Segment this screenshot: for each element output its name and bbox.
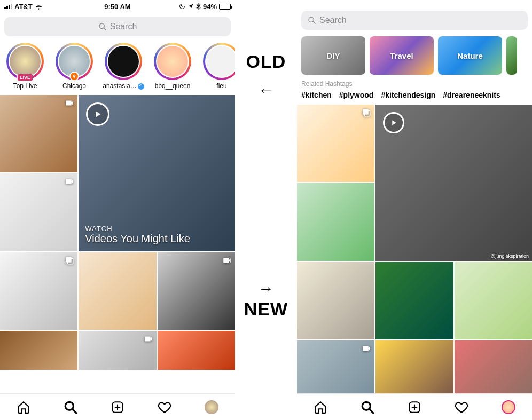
nav-activity[interactable] [455,400,468,414]
topic-nature[interactable]: Nature [438,36,502,75]
battery-pct: 94% [203,3,217,11]
credit-label: @junglekspiration [490,253,529,259]
arrow-left-icon: ← [258,81,274,99]
stories-row[interactable]: LIVE Top Live Chicago anastasia… bbq__qu… [0,41,235,95]
story-label: anastasia… [103,82,144,90]
featured-title: Videos You Might Like [85,233,229,245]
search-input[interactable]: Search [301,11,528,30]
story-label: fleu [216,82,226,90]
grid-cell[interactable] [297,262,374,339]
location-badge-icon [69,72,79,81]
story-label: bbq__queen [155,82,191,90]
svg-line-10 [313,21,315,23]
grid-cell[interactable] [79,252,156,330]
topic-row[interactable]: DIY Travel Nature [297,34,532,80]
hashtag[interactable]: #dreareneeknits [443,91,500,99]
story-label: Chicago [62,82,86,90]
video-icon [222,256,232,265]
featured-video-card[interactable]: WATCH Videos You Might Like [79,95,235,251]
svg-rect-11 [363,109,369,115]
search-placeholder: Search [110,22,137,31]
arrow-right-icon: → [258,280,274,298]
topic-more[interactable] [506,36,517,75]
search-container: Search [297,0,532,34]
grid-cell[interactable] [79,331,156,370]
old-explore-screen: AT&T 9:50 AM 94% Search LIVE Top Live [0,0,235,420]
nav-search[interactable] [64,400,77,414]
nav-activity[interactable] [158,400,171,414]
grid-cell[interactable] [375,340,453,399]
story-top-live[interactable]: LIVE Top Live [4,43,46,90]
moon-icon [179,3,185,10]
story-bbq-queen[interactable]: bbq__queen [152,43,193,90]
video-icon [144,334,153,344]
story-label: Top Live [13,82,37,90]
bottom-nav [0,393,235,420]
video-icon [65,98,74,108]
explore-grid-old[interactable]: WATCH Videos You Might Like [0,95,235,397]
svg-rect-2 [66,257,72,263]
status-bar: AT&T 9:50 AM 94% [0,0,235,13]
grid-cell[interactable] [297,105,374,182]
grid-cell[interactable] [158,252,235,330]
hashtag[interactable]: #kitchen [301,91,332,99]
status-right: 94% [179,3,231,11]
topic-travel[interactable]: Travel [370,36,434,75]
bluetooth-icon [196,3,201,10]
clock: 9:50 AM [104,3,130,11]
featured-watch-label: WATCH [85,225,229,233]
related-hashtags-label: Related Hashtags [297,80,532,91]
grid-cell[interactable] [158,331,235,370]
hashtag[interactable]: #kitchendesign [381,91,435,99]
svg-line-14 [369,409,373,413]
grid-cell[interactable] [455,340,532,399]
old-label: OLD [246,51,286,72]
grid-cell[interactable] [0,252,77,330]
topic-diy[interactable]: DIY [301,36,365,75]
svg-line-1 [104,28,106,30]
carousel-icon [362,108,371,117]
grid-cell[interactable] [297,183,374,260]
explore-grid-new[interactable]: @junglekspiration [297,105,532,420]
grid-cell[interactable] [0,173,77,251]
live-badge: LIVE [17,74,33,81]
nav-profile[interactable] [502,400,515,414]
grid-cell[interactable] [455,262,532,339]
hashtag-row[interactable]: #kitchen #plywood #kitchendesign #dreare… [297,91,532,105]
battery-icon [219,4,231,10]
verified-icon [138,83,144,90]
story-fleur[interactable]: fleu [201,43,235,90]
grid-cell[interactable] [0,95,77,172]
signal-icon [4,4,12,9]
nav-home[interactable] [314,400,327,414]
wifi-icon [35,4,43,10]
svg-line-5 [72,409,76,413]
grid-cell[interactable] [297,340,374,399]
nav-new-post[interactable] [408,400,421,414]
search-icon [308,16,316,25]
nav-new-post[interactable] [111,400,124,414]
new-label: NEW [244,299,288,320]
comparison-labels: OLD ← → NEW [235,0,297,420]
status-left: AT&T [4,3,43,11]
location-arrow-icon [187,3,194,10]
nav-profile[interactable] [205,400,218,414]
play-icon [383,112,404,133]
hashtag[interactable]: #plywood [339,91,374,99]
search-container: Search [0,13,235,41]
nav-search[interactable] [361,400,374,414]
bottom-nav [297,393,532,420]
grid-cell[interactable] [0,331,77,370]
new-explore-screen: Search DIY Travel Nature Related Hashtag… [297,0,532,420]
featured-video-cell[interactable]: @junglekspiration [375,105,532,261]
grid-cell[interactable] [375,262,453,339]
search-placeholder: Search [319,15,347,25]
video-icon [65,177,74,186]
nav-home[interactable] [17,400,30,414]
carousel-icon [65,256,74,265]
search-input[interactable]: Search [4,17,231,36]
search-icon [98,22,107,31]
carrier-label: AT&T [14,3,33,11]
story-anastasia[interactable]: anastasia… [103,43,144,90]
story-chicago[interactable]: Chicago [53,43,95,90]
